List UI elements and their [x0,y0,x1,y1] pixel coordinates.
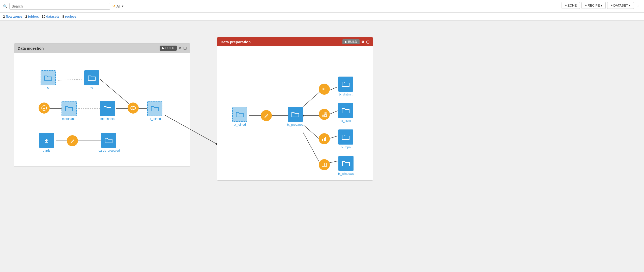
search-input[interactable] [9,3,110,10]
cards-label: cards [43,149,50,152]
back-button[interactable]: ← [636,3,641,9]
tx-windows-label: tx_windows [338,172,354,176]
prep-recipe-icon [261,110,272,121]
add-recipe-button[interactable]: + RECIPE ▾ [581,2,606,9]
square-icon[interactable]: ▢ [183,46,187,50]
cards-prepared-label: cards_prepared [99,149,119,152]
svg-line-20 [303,124,320,140]
filter-icon: ⧩ [112,4,115,9]
merchants-dataset-label: merchants [100,117,114,121]
flow-zones-link[interactable]: flow zones [6,15,22,18]
zones-count: 2 [3,15,5,18]
cards-recipe-node[interactable] [67,135,78,146]
svg-rect-32 [322,139,323,141]
zone-preparation-actions: ▶ BUILD ⧉ ▢ [342,39,369,44]
tx-windows-icon [338,156,354,171]
tx-dataset-icon [84,70,99,85]
topn-recipe-icon [319,133,330,144]
tx-prepared-node[interactable]: tx_prepared [287,107,303,126]
filter-caret-icon: ▼ [122,5,124,8]
tx-windows-node[interactable]: tx_windows [338,156,354,176]
svg-rect-33 [324,138,325,141]
svg-line-0 [58,79,85,80]
tx-topn-icon [338,129,353,145]
merchants-source-icon [39,103,50,114]
svg-rect-29 [325,112,327,114]
top-bar: 🔍 ⧩ All ▼ + ZONE + RECIPE ▾ + DATASET ▾ … [0,0,644,13]
windows-recipe-node[interactable] [319,159,330,170]
tx-joined-label: tx_joined [149,117,161,121]
join-recipe-node[interactable] [128,103,139,114]
tx-joined-ref-node[interactable]: tx_joined [232,107,247,126]
cards-icon [39,133,54,148]
svg-line-18 [303,92,320,107]
tx-dataset-label: tx [91,86,93,90]
data-ingestion-zone: Data ingestion ▶ BUILD ⧉ ▢ [14,43,190,167]
play-icon-prep: ▶ [345,40,347,44]
tx-outline-folder-label: tx [47,86,49,90]
square-prep-icon[interactable]: ▢ [366,40,369,44]
distinct-recipe-node[interactable]: ≠ [319,84,330,95]
folders-link[interactable]: folders [28,15,39,18]
tx-pivot-node[interactable]: tx_pivot [338,103,353,123]
recipes-link[interactable]: recipes [65,15,77,18]
pivot-recipe-node[interactable] [319,109,330,120]
search-icon: 🔍 [3,4,7,8]
zone-preparation-title: Data preparation [221,40,251,44]
zone-ingestion-actions: ▶ BUILD ⧉ ▢ [160,46,187,51]
tx-prepared-label: tx_prepared [287,123,303,126]
tx-outline-folder-node[interactable]: tx [41,70,56,90]
merchants-folder-node[interactable]: merchants [62,101,77,121]
zone-ingestion-body: tx tx merchants [14,53,190,166]
svg-text:≠: ≠ [323,87,325,91]
svg-rect-35 [322,163,324,166]
cards-node[interactable]: cards [39,133,54,152]
tx-topn-node[interactable]: tx_topn [338,129,353,149]
merchants-source-node[interactable] [39,103,50,114]
tx-prepared-icon [288,107,303,122]
tx-joined-ref-label: tx_joined [234,123,246,126]
filter-label: All [116,4,121,8]
zone-ingestion-title: Data ingestion [18,46,44,50]
tx-joined-icon [147,101,162,116]
tx-joined-node[interactable]: tx_joined [147,101,162,121]
expand-icon[interactable]: ⧉ [179,46,181,50]
play-icon: ▶ [162,46,164,50]
svg-rect-31 [325,115,327,117]
zone-ingestion-build-button[interactable]: ▶ BUILD [160,46,177,51]
tx-pivot-label: tx_pivot [340,119,351,123]
recipes-count: 8 [62,15,64,18]
zone-preparation-header: Data preparation ▶ BUILD ⧉ ▢ [217,37,373,46]
datasets-count: 10 [42,15,45,18]
zone-ingestion-header: Data ingestion ▶ BUILD ⧉ ▢ [14,44,190,53]
tx-distinct-node[interactable]: tx_distinct [338,77,353,96]
cards-prepared-icon [101,133,116,148]
data-preparation-zone: Data preparation ▶ BUILD ⧉ ▢ [217,37,373,181]
tx-topn-label: tx_topn [341,146,350,149]
datasets-link[interactable]: datasets [46,15,60,18]
prep-recipe-node[interactable] [261,110,272,121]
zone-preparation-body: tx_joined tx_prepared ≠ [217,46,373,180]
add-dataset-button[interactable]: + DATASET ▾ [607,2,634,9]
merchants-dataset-icon [100,101,115,116]
tx-outline-folder-icon [41,70,56,85]
topn-recipe-node[interactable] [319,133,330,144]
add-zone-button[interactable]: + ZONE [562,2,580,9]
merchants-folder-icon [62,101,77,116]
merchants-folder-label: merchants [62,117,76,121]
cards-prepared-node[interactable]: cards_prepared [99,133,119,152]
tx-distinct-label: tx_distinct [339,93,352,96]
svg-rect-34 [325,137,326,141]
tx-dataset-node[interactable]: tx [84,70,99,90]
canvas: Data ingestion ▶ BUILD ⧉ ▢ [0,21,644,272]
merchants-dataset-node[interactable]: merchants [100,101,115,121]
filter-button[interactable]: ⧩ All ▼ [112,4,124,9]
tx-pivot-icon [338,103,353,118]
tx-joined-ref-icon [232,107,247,122]
distinct-recipe-icon: ≠ [319,84,330,95]
expand-prep-icon[interactable]: ⧉ [362,40,364,44]
svg-rect-28 [322,112,324,114]
breadcrumb: 2 flow zones 2 folders 10 datasets 8 rec… [0,13,644,21]
zone-preparation-build-button[interactable]: ▶ BUILD [342,39,360,44]
join-recipe-icon [128,103,139,114]
